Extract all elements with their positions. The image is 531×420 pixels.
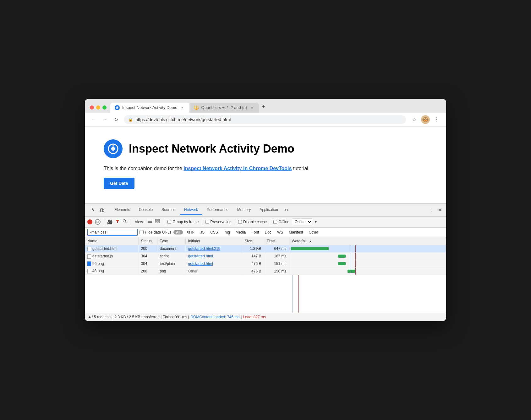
url-bar[interactable]: 🔒 https://devtools.glitch.me/network/get…: [124, 115, 406, 124]
disable-cache-checkbox[interactable]: Disable cache: [238, 220, 267, 224]
inspect-element-icon[interactable]: [90, 206, 97, 214]
svg-line-7: [125, 222, 127, 223]
tree-view-button[interactable]: [154, 218, 161, 225]
table-row[interactable]: 96.png304text/plaingetstarted.html476 B1…: [85, 260, 446, 267]
back-button[interactable]: ←: [90, 116, 97, 123]
tab-1[interactable]: Inspect Network Activity Demo ×: [110, 103, 189, 113]
filter-img[interactable]: Img: [222, 229, 232, 235]
tab-2[interactable]: 🔱 Quantifiers +, *, ? and {n} ×: [189, 103, 259, 113]
th-size[interactable]: Size: [242, 237, 264, 245]
row-type: png: [157, 267, 185, 275]
tab-favicon-2: 🔱: [194, 105, 199, 110]
row-time: 158 ms: [264, 267, 289, 275]
status-bar: 4 / 5 requests | 2.3 KB / 2.5 KB transfe…: [85, 313, 446, 321]
screenshot-button[interactable]: 🎥: [107, 219, 112, 224]
filter-font[interactable]: Font: [250, 229, 261, 235]
filter-ws[interactable]: WS: [275, 229, 285, 235]
th-status[interactable]: Status: [138, 237, 157, 245]
tab-memory[interactable]: Memory: [233, 205, 255, 215]
th-name[interactable]: Name: [85, 237, 138, 245]
traffic-lights: [90, 105, 107, 110]
file-icon: [87, 247, 91, 251]
row-initiator[interactable]: getstarted.html:219: [185, 245, 242, 252]
svg-point-6: [123, 220, 126, 222]
devtools-link[interactable]: Inspect Network Activity In Chrome DevTo…: [183, 166, 292, 171]
row-waterfall: [289, 267, 446, 275]
tab-network[interactable]: Network: [180, 205, 202, 215]
view-label: View:: [135, 220, 144, 224]
th-time[interactable]: Time: [264, 237, 289, 245]
filter-icon[interactable]: [115, 219, 120, 225]
close-traffic-light[interactable]: [90, 105, 94, 110]
filter-all-badge[interactable]: All: [173, 230, 183, 234]
lock-icon: 🔒: [128, 117, 133, 122]
table-row[interactable]: 48.png200pngOther476 B158 ms: [85, 267, 446, 275]
row-waterfall: [289, 252, 446, 260]
tab-sources[interactable]: Sources: [157, 205, 180, 215]
search-button[interactable]: [123, 219, 127, 224]
devtools-more-button[interactable]: ⋮: [427, 206, 435, 214]
devtools-tab-bar: Elements Console Sources Network Perform…: [85, 204, 446, 217]
tab-console[interactable]: Console: [134, 205, 157, 215]
page-header: Inspect Network Activity Demo: [104, 139, 427, 158]
view-buttons: [146, 218, 161, 225]
filter-js[interactable]: JS: [198, 229, 206, 235]
waterfall-load-line: [355, 245, 356, 252]
row-size: 147 B: [242, 252, 264, 260]
preserve-log-checkbox[interactable]: Preserve log: [205, 220, 232, 224]
svg-rect-11: [155, 219, 157, 221]
filter-xhr[interactable]: XHR: [185, 229, 196, 235]
th-initiator[interactable]: Initiator: [185, 237, 242, 245]
filter-media[interactable]: Media: [234, 229, 248, 235]
row-initiator[interactable]: getstarted.html: [185, 252, 242, 260]
tab-application[interactable]: Application: [255, 205, 282, 215]
dom-content-loaded-text: DOMContentLoaded: 746 ms: [190, 315, 239, 319]
tab-elements[interactable]: Elements: [110, 205, 134, 215]
clear-button[interactable]: ⊘: [95, 219, 101, 225]
table-row[interactable]: getstarted.html200documentgetstarted.htm…: [85, 245, 446, 252]
waterfall-bar: [338, 255, 346, 258]
throttle-select[interactable]: Online: [292, 218, 312, 225]
devtools-close-button[interactable]: ×: [436, 206, 444, 214]
hide-data-urls-checkbox[interactable]: Hide data URLs: [140, 230, 172, 234]
th-waterfall[interactable]: Waterfall ▲: [289, 237, 446, 245]
row-status: 200: [138, 245, 157, 252]
th-type[interactable]: Type: [157, 237, 185, 245]
domcontent-vline: [292, 275, 293, 313]
empty-space: [85, 275, 446, 313]
filter-manifest[interactable]: Manifest: [287, 229, 305, 235]
waterfall-domcontent-line: [351, 253, 351, 260]
bookmark-button[interactable]: ☆: [410, 115, 419, 124]
minimize-traffic-light[interactable]: [96, 105, 100, 110]
filter-other[interactable]: Other: [307, 229, 320, 235]
more-tabs-button[interactable]: >>: [282, 205, 291, 215]
forward-button[interactable]: →: [101, 116, 109, 123]
row-time: 151 ms: [264, 260, 289, 267]
separator-2: [130, 219, 130, 225]
table-row[interactable]: getstarted.js304scriptgetstarted.html147…: [85, 252, 446, 260]
record-button[interactable]: [87, 219, 92, 224]
row-waterfall: [289, 245, 446, 252]
list-view-button[interactable]: [146, 218, 153, 225]
svg-rect-12: [158, 219, 160, 221]
file-icon: [87, 254, 91, 259]
tab-close-1[interactable]: ×: [180, 105, 185, 110]
reload-button[interactable]: ↻: [112, 116, 120, 123]
tab-close-2[interactable]: ×: [249, 105, 255, 110]
filter-doc[interactable]: Doc: [263, 229, 273, 235]
group-by-frame-checkbox[interactable]: Group by frame: [167, 220, 199, 224]
browser-menu-button[interactable]: ⋮: [432, 115, 441, 124]
offline-checkbox[interactable]: Offline: [273, 220, 289, 224]
filter-input[interactable]: [87, 229, 138, 236]
profile-button[interactable]: 🐵: [421, 115, 430, 124]
maximize-traffic-light[interactable]: [102, 105, 107, 110]
tab-title-1: Inspect Network Activity Demo: [122, 105, 178, 110]
new-tab-button[interactable]: +: [259, 103, 268, 111]
filter-css[interactable]: CSS: [208, 229, 220, 235]
tab-performance[interactable]: Performance: [202, 205, 233, 215]
row-initiator[interactable]: getstarted.html: [185, 260, 242, 267]
device-toolbar-icon[interactable]: [99, 206, 106, 214]
tabs-bar: Inspect Network Activity Demo × 🔱 Quanti…: [110, 103, 268, 113]
get-data-button[interactable]: Get Data: [104, 178, 134, 189]
throttle-chevron[interactable]: ▾: [315, 220, 317, 224]
